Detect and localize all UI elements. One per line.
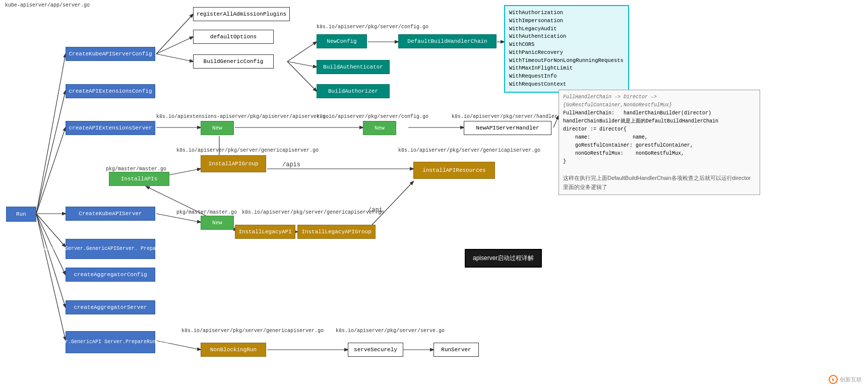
code-description: 这样在执行完上面DefaultBuildHandlerChain各项检查之后就可…	[563, 174, 756, 191]
label-genericapiserver-go-3: k8s.io/apiserver/pkg/server/genericapise…	[242, 210, 384, 215]
new-kube2-node: New	[201, 216, 234, 230]
create-api-extensions-server-node: createAPIExtensionsServer	[66, 121, 155, 135]
svg-line-4	[36, 214, 66, 247]
label-genericapiserver-go-2: k8s.io/apiserver/pkg/server/genericapise…	[398, 148, 540, 153]
handler-chain-item-3: WithLegacyAudit	[509, 25, 624, 33]
default-options-node: defaultOptions	[193, 30, 274, 44]
label-apiextensions-go: k8s.io/apiextensions-apiserver/pkg/apise…	[156, 114, 329, 119]
install-api-group-node: InstallAPIGroup	[201, 155, 266, 172]
code-line-5: name: name,	[563, 134, 756, 142]
non-blocking-run-node: NonBlockingRun	[201, 343, 266, 357]
label-config-go-2: k8s.io/apiserver/pkg/server/config.go	[317, 114, 428, 119]
run-server-node: RunServer	[433, 343, 479, 357]
watermark-icon: K	[829, 375, 838, 384]
code-line-3: handlerChainBuilder就是上面的DefaultBuildHand…	[563, 117, 756, 125]
svg-line-6	[36, 214, 66, 307]
svg-line-1	[36, 91, 66, 214]
aggregator-server-prepare-run-node: aggregatorServer.GenericAPI Server.Prepa…	[66, 331, 155, 353]
svg-line-5	[36, 214, 66, 275]
label-handler-go: k8s.io/apiserver/pkg/server/handler.go	[452, 114, 567, 119]
install-legacy-api-group-node: InstallLegacyAPIGroup	[297, 225, 376, 239]
install-apis-node: InstallAPIs	[109, 172, 169, 186]
svg-line-2	[36, 127, 66, 214]
handler-chain-item-5: WithCORS	[509, 41, 624, 49]
handler-chain-item-8: WithMaxInFlightLimit	[509, 64, 624, 73]
create-api-extensions-config-node: createAPIExtensionsConfig	[66, 84, 155, 98]
default-build-handler-chain-node: DefaultBuildHandlerChain	[398, 34, 497, 48]
code-line-4: director := director{	[563, 125, 756, 134]
install-legacy-api-node: InstallLegacyAPI	[235, 225, 295, 239]
handler-chain-item-2: WithImpersonation	[509, 17, 624, 25]
handler-chain-item-1: WithAuthorization	[509, 9, 624, 17]
build-generic-config-node: BuildGenericConfig	[193, 54, 274, 69]
svg-line-10	[156, 54, 193, 61]
note-box: apiserver启动过程详解	[465, 249, 542, 268]
code-line-2: FullHandlerChain: handlerChainBuilder(di…	[563, 109, 756, 117]
svg-line-13	[287, 61, 317, 91]
serve-securely-node: serveSecurely	[348, 343, 403, 357]
kube-api-server-prepare-run-node: kubeAPIServer.GenericAPIServer. PrepareR…	[66, 239, 155, 259]
label-genericapiserver-nonblocking: k8s.io/apiserver/pkg/server/genericapise…	[181, 328, 324, 334]
api-path-label: /api	[368, 207, 383, 214]
new-api-server-handler-node: NewAPIServerHandler	[464, 121, 551, 135]
run-node: Run	[6, 207, 36, 222]
handler-chain-item-7: WithTimeoutForNonLongRunningRequests	[509, 57, 624, 65]
new-apiextensions-node: New	[201, 121, 234, 135]
svg-line-11	[287, 42, 317, 61]
handler-chain-annotation: WithAuthorization WithImpersonation With…	[504, 5, 629, 93]
create-aggregator-config-node: createAggregatorConfig	[66, 268, 155, 282]
create-kube-api-server-node: CreateKubeAPIServer	[66, 207, 155, 221]
code-line-6: goRestfulContainer: gorestfulContainer,	[563, 142, 756, 150]
handler-chain-item-9: WithRequestInfo	[509, 73, 624, 81]
label-serve-go: k8s.io/apiserver/pkg/server/serve.go	[336, 328, 445, 334]
create-kube-api-server-config-node: CreateKubeAPIServerConfig	[66, 47, 155, 61]
register-all-admission-plugins-node: registerAllAdmissionPlugins	[193, 7, 290, 21]
new-config-node: NewConfig	[317, 34, 367, 48]
svg-line-12	[287, 61, 317, 67]
svg-line-7	[36, 214, 66, 340]
code-box: FullHandlerChain -> Director -> {GoRestf…	[559, 90, 760, 195]
install-api-resources-node: installAPIResources	[413, 162, 495, 179]
handler-chain-item-10: WithRequestContext	[509, 81, 624, 89]
label-config-go-1: k8s.io/apiserver/pkg/server/config.go	[317, 24, 428, 30]
code-line-7: nonGoRestfulMux: nonGoRestfulMux,	[563, 150, 756, 158]
watermark-brand: 创新互联	[840, 376, 862, 383]
diagram-container: kube-apiserver/app/server.go Run CreateK…	[0, 0, 868, 388]
svg-line-0	[36, 54, 66, 214]
label-genericapiserver-go-1: k8s.io/apiserver/pkg/server/genericapise…	[176, 148, 319, 153]
label-master-go-1: pkg/master/master.go	[106, 166, 166, 172]
svg-line-8	[156, 14, 193, 54]
build-authenticator-node: BuildAuthenticator	[317, 60, 390, 74]
build-authorizer-node: BuildAuthorizer	[317, 84, 390, 98]
create-aggregator-server-node: createAggregatorServer	[66, 300, 155, 314]
label-server-go: kube-apiserver/app/server.go	[5, 3, 90, 8]
handler-chain-item-4: WithAuthentication	[509, 33, 624, 41]
watermark: K 创新互联	[829, 375, 862, 384]
code-comment-line-1: FullHandlerChain -> Director -> {GoRestf…	[563, 93, 756, 109]
code-line-8: }	[563, 158, 756, 166]
apis-path-label: /apis	[282, 161, 300, 168]
label-master-go-2: pkg/master/master.go	[176, 210, 237, 215]
handler-chain-item-6: WithPanicRecovery	[509, 49, 624, 57]
new-kube-node: New	[363, 121, 396, 135]
svg-line-9	[156, 37, 193, 54]
